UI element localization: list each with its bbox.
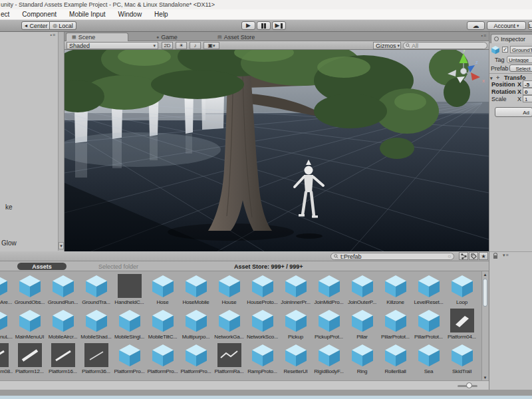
pause-button[interactable]: [257, 21, 271, 30]
hierarchy-item-glow[interactable]: Glow: [1, 239, 17, 247]
asset-item[interactable]: SkidTrail: [446, 342, 478, 375]
asset-item[interactable]: PlatformPro...: [180, 342, 212, 375]
zoom-slider-knob[interactable]: [466, 382, 472, 388]
asset-item[interactable]: PlatformRa...: [213, 342, 245, 375]
asset-item[interactable]: nuL...: [0, 308, 13, 340]
scene-search-input[interactable]: All: [403, 42, 487, 49]
lock-icon[interactable]: [493, 255, 497, 259]
asset-item[interactable]: MobileAircr...: [47, 308, 79, 340]
asset-item[interactable]: RollerBall: [379, 342, 412, 375]
search-by-label-button[interactable]: [469, 252, 478, 260]
lighting-toggle-button[interactable]: ☀: [176, 42, 187, 49]
asset-item[interactable]: PlatformPro...: [113, 342, 146, 375]
asset-item[interactable]: MobileSingl...: [113, 308, 146, 340]
scroll-down-icon[interactable]: ▼: [482, 374, 488, 380]
play-button[interactable]: ▶: [241, 21, 255, 30]
favorites-button[interactable]: ★: [479, 252, 488, 260]
active-checkbox[interactable]: ✓: [502, 47, 508, 53]
asset-item[interactable]: PillarProtot...: [379, 308, 412, 340]
draw-mode-dropdown[interactable]: Shaded ▾: [66, 42, 158, 49]
scroll-down-icon[interactable]: ▼: [59, 242, 64, 249]
grid-scrollbar[interactable]: ▲ ▼: [481, 271, 488, 380]
scale-x-field[interactable]: 1: [523, 95, 532, 102]
menu-mobile-input[interactable]: Mobile Input: [69, 11, 105, 18]
project-search-input[interactable]: t:Prefab ○: [331, 253, 454, 260]
asset-item[interactable]: HandheldC...: [113, 273, 146, 306]
step-button[interactable]: ▶: [272, 21, 286, 30]
asset-store-count[interactable]: Asset Store: 999+ / 999+: [234, 263, 303, 270]
asset-item[interactable]: NetworkSco...: [246, 308, 279, 340]
tab-game[interactable]: ● Game: [151, 33, 183, 41]
asset-item[interactable]: LevelReset...: [412, 273, 445, 306]
asset-item[interactable]: Platform16...: [47, 342, 79, 375]
asset-item[interactable]: JoinInnerPr...: [279, 273, 312, 306]
tab-inspector[interactable]: Inspector: [491, 34, 532, 43]
rotation-x-field[interactable]: 0: [523, 88, 532, 95]
panel-menu-icon[interactable]: ▪≡: [50, 33, 56, 37]
add-component-button[interactable]: Ad: [495, 107, 532, 117]
account-dropdown[interactable]: Account ▾: [487, 21, 526, 30]
asset-item[interactable]: RigidBodyF...: [313, 342, 345, 375]
position-x-field[interactable]: -5: [523, 80, 532, 88]
asset-item[interactable]: PickupProt...: [313, 308, 345, 340]
menu-help[interactable]: Help: [154, 11, 168, 18]
gizmos-dropdown[interactable]: Gizmos ▾: [373, 42, 401, 49]
cloud-services-button[interactable]: ☁: [467, 21, 485, 30]
search-by-type-button[interactable]: [459, 252, 468, 260]
asset-item[interactable]: Loop: [446, 273, 478, 306]
tag-dropdown[interactable]: Untagge: [507, 56, 532, 63]
panel-menu-icon[interactable]: ▾≡: [503, 253, 509, 258]
clear-search-icon[interactable]: ○: [448, 253, 451, 259]
asset-item[interactable]: Killzone: [379, 273, 412, 306]
breadcrumb-assets[interactable]: Assets: [17, 263, 66, 270]
pivot-center-button[interactable]: ◄ Center: [21, 21, 50, 30]
asset-item[interactable]: GroundTra...: [80, 273, 112, 306]
scene-viewport[interactable]: y x z: [65, 50, 489, 251]
asset-item[interactable]: MobileShad...: [80, 308, 112, 340]
scroll-up-icon[interactable]: ▲: [482, 271, 488, 277]
asset-item[interactable]: RampProto...: [246, 342, 279, 375]
asset-item[interactable]: JoinMidPro...: [313, 273, 345, 306]
asset-item[interactable]: Platform12...: [13, 342, 46, 375]
asset-item[interactable]: Hose: [146, 273, 179, 306]
asset-item[interactable]: Are...: [0, 273, 13, 306]
asset-item[interactable]: GroundRun...: [47, 273, 79, 306]
asset-item[interactable]: PlatformPro...: [146, 342, 179, 375]
menu-component[interactable]: Component: [22, 11, 57, 18]
gameobject-name-field[interactable]: GroundT: [510, 46, 532, 53]
hierarchy-scrollbar[interactable]: ▼: [58, 32, 64, 251]
asset-item[interactable]: m08...: [0, 342, 13, 375]
asset-item[interactable]: Multipurpo...: [180, 308, 212, 340]
tab-asset-store[interactable]: ▤ Asset Store: [212, 33, 260, 41]
asset-item[interactable]: JoinOuterP...: [346, 273, 378, 306]
asset-item[interactable]: Platform04...: [446, 308, 478, 340]
asset-item[interactable]: Sea: [412, 342, 445, 375]
asset-item[interactable]: HouseProto...: [246, 273, 279, 306]
panel-menu-icon[interactable]: ▪≡: [481, 33, 487, 38]
asset-item[interactable]: NetworkGa...: [213, 308, 245, 340]
asset-item[interactable]: ResetterUI: [279, 342, 312, 375]
asset-item[interactable]: PillarProtot...: [412, 308, 445, 340]
toggle-2d-button[interactable]: 2D: [162, 42, 173, 49]
foldout-icon[interactable]: ▾: [490, 76, 493, 80]
breadcrumb-selected-folder[interactable]: Selected folder: [98, 263, 138, 270]
asset-item[interactable]: House: [213, 273, 245, 306]
asset-item[interactable]: MainMenuUI: [13, 308, 46, 340]
asset-item[interactable]: Pickup: [279, 308, 312, 340]
asset-item[interactable]: Pillar: [346, 308, 378, 340]
scrollbar-thumb[interactable]: [483, 279, 487, 307]
menu-window[interactable]: Window: [118, 11, 142, 18]
menu-gameobject-cut[interactable]: ect: [1, 11, 9, 18]
effects-dropdown-button[interactable]: ▣ ▾: [203, 42, 219, 49]
audio-toggle-button[interactable]: ♪: [190, 42, 201, 49]
tab-scene[interactable]: ▦ Scene: [66, 33, 128, 41]
layers-dropdown-cut[interactable]: La: [528, 21, 532, 30]
prefab-select-button[interactable]: Select: [509, 65, 532, 72]
rotation-local-button[interactable]: ◎ Local: [50, 21, 76, 30]
asset-item[interactable]: Platform36...: [80, 342, 112, 375]
asset-item[interactable]: MobileTiltC...: [146, 308, 179, 340]
hierarchy-item-cut[interactable]: ke: [5, 203, 13, 211]
asset-item[interactable]: HoseMobile: [180, 273, 212, 306]
asset-item[interactable]: GroundObs...: [13, 273, 46, 306]
asset-item[interactable]: Ring: [346, 342, 378, 375]
